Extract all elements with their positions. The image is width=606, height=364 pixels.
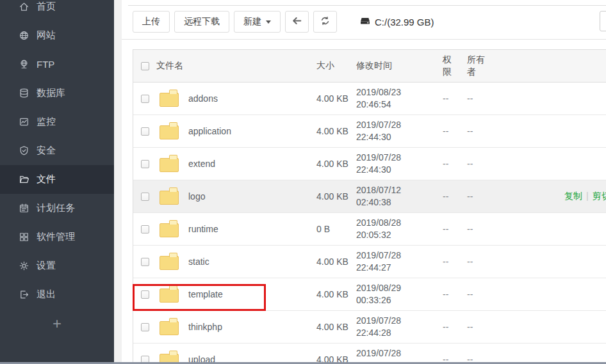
file-modified-date: 2019/07/28 (356, 152, 443, 164)
action-copy-link[interactable]: 复制 (564, 191, 582, 201)
table-row[interactable]: thinkphp 4.00 KB 2019/07/28 22:44:28 -- … (133, 311, 606, 344)
row-checkbox[interactable] (141, 323, 149, 331)
table-row[interactable]: extend 4.00 KB 2019/07/28 22:44:30 -- -- (133, 148, 606, 180)
file-name[interactable]: addons (188, 93, 316, 104)
table-row[interactable]: logo 4.00 KB 2018/07/12 02:40:38 -- -- 复… (133, 180, 606, 213)
folder-icon (18, 174, 29, 186)
folder-icon (160, 125, 179, 139)
file-name[interactable]: template (188, 289, 316, 299)
row-checkbox[interactable] (141, 95, 149, 103)
file-name[interactable]: extend (188, 159, 316, 169)
file-modified: 2019/07/28 22:44:30 (356, 119, 443, 143)
sidebar-item-monitor[interactable]: 监控 (0, 107, 114, 136)
file-permission: -- (443, 289, 467, 299)
sidebar-item-website[interactable]: 网站 (0, 21, 114, 50)
table-row[interactable]: application 4.00 KB 2019/07/28 22:44:30 … (133, 115, 606, 148)
file-name[interactable]: thinkphp (188, 322, 316, 332)
file-table-body: addons 4.00 KB 2019/08/23 20:46:54 -- --… (133, 83, 606, 364)
calendar-icon (18, 203, 29, 214)
top-divider (128, 5, 606, 6)
grid-icon (18, 232, 29, 243)
file-name[interactable]: application (188, 126, 316, 136)
header-modified: 修改时间 (356, 60, 443, 72)
sidebar-item-cron[interactable]: 计划任务 (0, 194, 114, 223)
back-button[interactable] (285, 11, 309, 33)
action-separator: | (586, 191, 589, 201)
file-modified-time: 22:44:30 (356, 164, 443, 176)
file-modified-date: 2019/07/28 (356, 347, 443, 360)
file-modified-time: 22:44:27 (356, 262, 443, 274)
sidebar-item-label: 计划任务 (37, 202, 75, 214)
file-size: 4.00 KB (316, 159, 356, 169)
remote-download-button[interactable]: 远程下载 (174, 11, 229, 33)
main-content: 上传 远程下载 新建 (122, 0, 606, 364)
row-checkbox[interactable] (141, 160, 149, 168)
row-actions: 复制|剪切 (498, 191, 606, 202)
file-owner: -- (467, 159, 498, 169)
file-size: 4.00 KB (316, 289, 356, 299)
file-owner: -- (467, 224, 498, 234)
action-cut-link[interactable]: 剪切 (593, 191, 606, 201)
file-size: 4.00 KB (316, 191, 356, 202)
sidebar-item-security[interactable]: 安全 (0, 136, 114, 165)
sidebar-item-logout[interactable]: 退出 (0, 280, 114, 309)
folder-icon (160, 289, 179, 303)
logout-icon (18, 289, 29, 301)
row-checkbox[interactable] (141, 290, 149, 299)
file-modified-date: 2019/08/23 (356, 86, 443, 99)
refresh-button[interactable] (313, 11, 337, 33)
refresh-icon (320, 15, 331, 28)
disk-path-selector[interactable]: C:/(32.99 GB) (359, 15, 434, 29)
sidebar-add-button[interactable]: + (0, 309, 114, 338)
upload-button[interactable]: 上传 (133, 11, 170, 33)
select-all-checkbox[interactable] (141, 62, 149, 70)
file-permission: -- (443, 191, 467, 202)
file-modified-date: 2019/07/28 (356, 315, 443, 327)
table-row[interactable]: upload 4.00 KB 2019/07/28 22:44:28 -- -- (133, 344, 606, 364)
sidebar-item-database[interactable]: 数据库 (0, 79, 114, 107)
sidebar-menu: 首页网站FTP数据库监控安全文件计划任务软件管理设置退出 (0, 0, 114, 309)
table-row[interactable]: template 4.00 KB 2019/08/29 00:33:26 -- … (133, 278, 606, 311)
table-row[interactable]: static 4.00 KB 2019/07/28 22:44:27 -- -- (133, 246, 606, 278)
file-permission: -- (443, 126, 467, 136)
row-checkbox[interactable] (141, 193, 149, 201)
row-checkbox[interactable] (141, 225, 149, 233)
row-checkbox[interactable] (141, 127, 149, 136)
chevron-down-icon (266, 20, 271, 24)
file-permission: -- (443, 224, 467, 234)
file-modified-time: 00:33:26 (356, 294, 443, 306)
toolbar-divider (122, 39, 606, 40)
file-modified: 2018/07/12 02:40:38 (356, 184, 443, 209)
monitor-icon (18, 116, 29, 128)
file-owner: -- (467, 126, 498, 136)
sidebar-item-files[interactable]: 文件 (0, 165, 114, 194)
file-size: 4.00 KB (316, 257, 356, 267)
file-modified-date: 2019/08/28 (356, 217, 443, 229)
sidebar-item-home[interactable]: 首页 (0, 0, 114, 21)
row-checkbox[interactable] (141, 258, 149, 266)
file-size: 0 B (316, 224, 356, 234)
back-arrow-icon (291, 15, 302, 28)
sidebar-item-label: 首页 (37, 1, 56, 13)
sidebar-item-ftp[interactable]: FTP (0, 50, 114, 79)
file-manager-window: 首页网站FTP数据库监控安全文件计划任务软件管理设置退出 + 上传 远程下载 新… (0, 0, 606, 364)
file-modified: 2019/08/23 20:46:54 (356, 86, 443, 111)
file-name[interactable]: static (188, 257, 316, 267)
sidebar-item-label: 网站 (37, 29, 56, 42)
folder-icon (160, 191, 179, 205)
file-modified-time: 02:40:38 (356, 196, 443, 209)
table-row[interactable]: runtime 0 B 2019/08/28 20:05:32 -- -- (133, 213, 606, 246)
table-row[interactable]: addons 4.00 KB 2019/08/23 20:46:54 -- -- (133, 83, 606, 115)
file-modified-time: 20:05:32 (356, 229, 443, 241)
file-modified-date: 2019/07/28 (356, 119, 443, 131)
file-name[interactable]: logo (188, 191, 316, 202)
file-name[interactable]: runtime (188, 224, 316, 234)
sidebar-item-software[interactable]: 软件管理 (0, 223, 114, 251)
sidebar-item-settings[interactable]: 设置 (0, 251, 114, 280)
sidebar: 首页网站FTP数据库监控安全文件计划任务软件管理设置退出 + (0, 0, 114, 364)
ftp-icon (18, 59, 29, 70)
search-input[interactable] (600, 11, 606, 31)
folder-icon (160, 256, 179, 270)
file-size: 4.00 KB (316, 126, 356, 136)
new-button[interactable]: 新建 (234, 11, 281, 33)
